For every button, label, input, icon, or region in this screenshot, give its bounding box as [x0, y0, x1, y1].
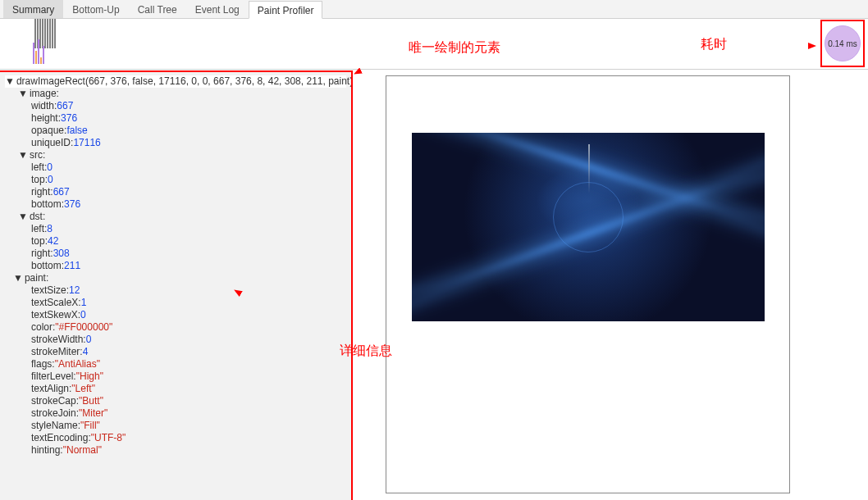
tree-row: strokeWidth:0: [5, 334, 346, 346]
tree-row: right:308: [5, 248, 346, 260]
tree-row: right:667: [5, 186, 346, 198]
tree-row: flags:"AntiAlias": [5, 358, 346, 370]
tree-row: bottom:376: [5, 198, 346, 211]
callout-elapsed: 耗时: [701, 36, 727, 53]
tab-bottom-up[interactable]: Bottom-Up: [63, 0, 128, 18]
callout-only-element: 唯一绘制的元素: [409, 39, 500, 57]
tree-node-src[interactable]: ▼src:: [5, 149, 346, 161]
tree-row: textAlign:"Left": [5, 383, 346, 395]
tree-row: width:667: [5, 100, 346, 112]
tree-row: bottom:211: [5, 260, 346, 272]
paint-preview-panel: [386, 75, 790, 493]
tree-node-paint[interactable]: ▼paint:: [5, 272, 346, 284]
tree-root-row[interactable]: ▼drawImageRect(667, 376, false, 17116, 0…: [5, 75, 346, 88]
tree-row: hinting:"Normal": [5, 444, 346, 457]
tree-row: left:0: [5, 161, 346, 174]
tree-row: uniqueID:17116: [5, 137, 346, 149]
tree-row: top:42: [5, 235, 346, 248]
profiler-tabbar: Summary Bottom-Up Call Tree Event Log Pa…: [0, 0, 868, 19]
command-log-panel[interactable]: ▼drawImageRect(667, 376, false, 17116, 0…: [0, 70, 353, 500]
paint-preview-image: [412, 133, 765, 321]
tree-row: top:0: [5, 174, 346, 186]
tree-row: textSize:12: [5, 284, 346, 297]
tree-row: filterLevel:"High": [5, 370, 346, 383]
tree-row: textSkewX:0: [5, 309, 346, 321]
tab-summary[interactable]: Summary: [3, 0, 63, 18]
tree-row: height:376: [5, 112, 346, 125]
draw-call-signature: drawImageRect(667, 376, false, 17116, 0,…: [16, 75, 353, 87]
tree-row: textEncoding:"UTF-8": [5, 432, 346, 444]
tree-node-image[interactable]: ▼image:: [5, 88, 346, 100]
tree-row: strokeJoin:"Miter": [5, 407, 346, 420]
callout-details: 详细信息: [340, 343, 392, 360]
tree-row: left:8: [5, 223, 346, 235]
timeline-bars: [33, 39, 66, 69]
tree-row: styleName:"Fill": [5, 420, 346, 432]
duration-highlight-box: 0.14 ms: [820, 20, 865, 67]
tree-row: textScaleX:1: [5, 297, 346, 309]
paint-duration-badge: 0.14 ms: [825, 25, 861, 61]
tree-row: color:"#FF000000": [5, 321, 346, 334]
tab-call-tree[interactable]: Call Tree: [129, 0, 186, 18]
tab-paint-profiler[interactable]: Paint Profiler: [249, 1, 323, 19]
tree-row: strokeMiter:4: [5, 346, 346, 358]
tab-event-log[interactable]: Event Log: [186, 0, 249, 18]
tree-row: strokeCap:"Butt": [5, 395, 346, 407]
tree-row: opaque:false: [5, 125, 346, 137]
tree-node-dst[interactable]: ▼dst:: [5, 211, 346, 223]
